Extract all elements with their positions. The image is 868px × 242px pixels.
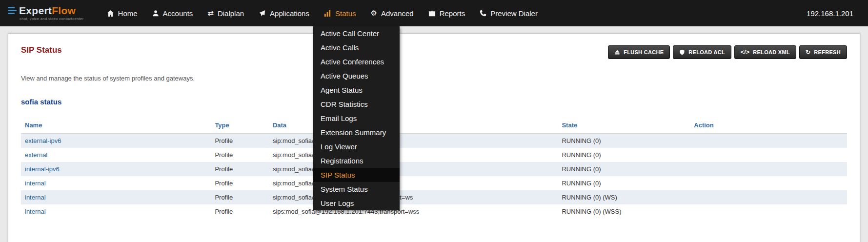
profile-name-link[interactable]: external-ipv6	[25, 137, 61, 144]
profile-type: Profile	[211, 162, 269, 176]
profile-action	[690, 190, 847, 204]
nav-item-applications[interactable]: Applications	[251, 0, 317, 26]
content-card: SIP Status FLUSH CACHE RELOAD ACL </> RE…	[8, 33, 860, 242]
menu-item-user-logs[interactable]: User Logs	[313, 196, 400, 210]
profile-name-link[interactable]: internal	[25, 208, 46, 215]
main-nav: Home Accounts ⇄ Dialplan Applications St…	[100, 0, 545, 26]
profile-state: RUNNING (0)	[558, 176, 690, 190]
profile-data: sips:mod_sofia@192.168.1.201:7443;transp…	[269, 204, 558, 219]
logo-tagline: chat, voice and video contactcenter	[20, 17, 84, 21]
table-row: external-ipv6 Profile sip:mod_sofia@[::1…	[21, 134, 847, 148]
sofia-status-table: Name Type Data State Action external-ipv…	[21, 118, 847, 219]
table-row: internal Profile sip:mod_sofia@192.168.1…	[21, 190, 847, 204]
nav-item-preview-dialer[interactable]: Preview Dialer	[472, 0, 545, 26]
nav-item-label: Accounts	[163, 9, 193, 18]
nav-item-label: Home	[118, 9, 138, 18]
profile-name-link[interactable]: internal	[25, 194, 46, 201]
profile-state: RUNNING (0)	[558, 162, 690, 176]
refresh-icon: ↻	[806, 49, 810, 56]
phone-icon	[480, 10, 486, 17]
profile-data: sip:mod_sofia@[::1]:5080	[269, 134, 558, 148]
menu-item-active-queues[interactable]: Active Queues	[313, 69, 400, 83]
card-header: SIP Status FLUSH CACHE RELOAD ACL </> RE…	[21, 45, 847, 59]
server-ip: 192.168.1.201	[807, 9, 853, 18]
column-header-name: Name	[21, 118, 211, 134]
screen: ExpertFlow chat, voice and video contact…	[0, 0, 868, 242]
profile-name-link[interactable]: internal-ipv6	[25, 165, 60, 173]
menu-item-extension-summary[interactable]: Extension Summary	[313, 125, 400, 140]
nav-item-status[interactable]: Status Active Call Center Active Calls A…	[317, 0, 363, 26]
profile-action	[690, 148, 847, 162]
profile-action	[690, 204, 847, 219]
menu-item-registrations[interactable]: Registrations	[313, 154, 400, 168]
menu-item-active-call-center[interactable]: Active Call Center	[313, 26, 400, 40]
profile-type: Profile	[211, 148, 269, 162]
profile-state: RUNNING (0)	[558, 134, 690, 148]
menu-item-active-conferences[interactable]: Active Conferences	[313, 55, 400, 69]
expertflow-logo[interactable]: ExpertFlow chat, voice and video contact…	[8, 5, 84, 21]
menu-item-cdr-statistics[interactable]: CDR Statistics	[313, 97, 400, 111]
nav-item-label: Applications	[270, 9, 309, 18]
nav-item-label: Preview Dialer	[490, 9, 538, 18]
table-row: internal-ipv6 Profile sip:mod_sofia@[::1…	[21, 162, 847, 176]
table-row: internal Profile sip:mod_sofia@192.168.1…	[21, 176, 847, 190]
profile-state: RUNNING (0)	[558, 148, 690, 162]
code-icon: </>	[741, 49, 749, 56]
table-row: internal Profile sips:mod_sofia@192.168.…	[21, 204, 847, 219]
table-row: external Profile sip:mod_sofia@192.168.1…	[21, 148, 847, 162]
home-icon	[107, 10, 114, 17]
section-heading: sofia status	[21, 98, 847, 106]
toolbar: FLUSH CACHE RELOAD ACL </> RELOAD XML ↻ …	[608, 45, 847, 59]
profile-data: sip:mod_sofia@192.168.1.201:5080	[269, 148, 558, 162]
profile-data: sip:mod_sofia@[::1]:5060	[269, 162, 558, 176]
eject-icon	[614, 49, 620, 55]
profile-action	[690, 176, 847, 190]
column-header-data: Data	[269, 118, 558, 134]
profile-name-link[interactable]: external	[25, 151, 47, 159]
nav-item-advanced[interactable]: ⚙ Advanced	[363, 0, 421, 26]
profile-type: Profile	[211, 190, 269, 204]
menu-item-system-status[interactable]: System Status	[313, 182, 400, 196]
reload-xml-button[interactable]: </> RELOAD XML	[734, 45, 796, 59]
flush-cache-button[interactable]: FLUSH CACHE	[608, 45, 670, 59]
menu-item-sip-status[interactable]: SIP Status	[313, 168, 400, 182]
reload-acl-label: RELOAD ACL	[688, 49, 725, 55]
dialplan-arrows-icon: ⇄	[207, 9, 214, 18]
menu-item-agent-status[interactable]: Agent Status	[313, 83, 400, 97]
logo-bars-icon	[8, 7, 17, 14]
menu-item-log-viewer[interactable]: Log Viewer	[313, 140, 400, 154]
nav-item-reports[interactable]: Reports	[421, 0, 473, 26]
megaphone-icon	[259, 10, 266, 17]
refresh-button[interactable]: ↻ REFRESH	[799, 45, 847, 59]
reload-acl-button[interactable]: RELOAD ACL	[673, 45, 731, 59]
brand-flow: Flow	[52, 5, 76, 16]
flush-cache-label: FLUSH CACHE	[624, 49, 664, 55]
nav-item-label: Advanced	[381, 9, 414, 18]
nav-item-dialplan[interactable]: ⇄ Dialplan	[200, 0, 251, 26]
gear-icon: ⚙	[371, 9, 377, 18]
profile-data: sip:mod_sofia@192.168.1.201:5060	[269, 176, 558, 190]
profile-state: RUNNING (0) (WSS)	[558, 204, 690, 219]
profile-type: Profile	[211, 134, 269, 148]
shield-icon	[679, 49, 685, 55]
page-title: SIP Status	[21, 45, 62, 55]
refresh-label: REFRESH	[814, 49, 841, 55]
nav-item-label: Dialplan	[218, 9, 244, 18]
profile-data: sip:mod_sofia@192.168.1.201:5072;transpo…	[269, 190, 558, 204]
profile-type: Profile	[211, 204, 269, 219]
nav-item-home[interactable]: Home	[100, 0, 145, 26]
nav-item-label: Status	[335, 9, 356, 18]
menu-item-email-logs[interactable]: Email Logs	[313, 111, 400, 125]
profile-state: RUNNING (0) (WS)	[558, 190, 690, 204]
nav-item-accounts[interactable]: Accounts	[145, 0, 201, 26]
briefcase-icon	[428, 10, 436, 17]
profile-name-link[interactable]: internal	[25, 180, 46, 187]
top-navbar: ExpertFlow chat, voice and video contact…	[0, 0, 868, 26]
column-header-type: Type	[211, 118, 269, 134]
profile-action	[690, 134, 847, 148]
column-header-action: Action	[690, 118, 847, 134]
menu-item-active-calls[interactable]: Active Calls	[313, 40, 400, 55]
bar-chart-icon	[324, 10, 331, 17]
nav-item-label: Reports	[440, 9, 465, 18]
person-icon	[152, 10, 159, 17]
